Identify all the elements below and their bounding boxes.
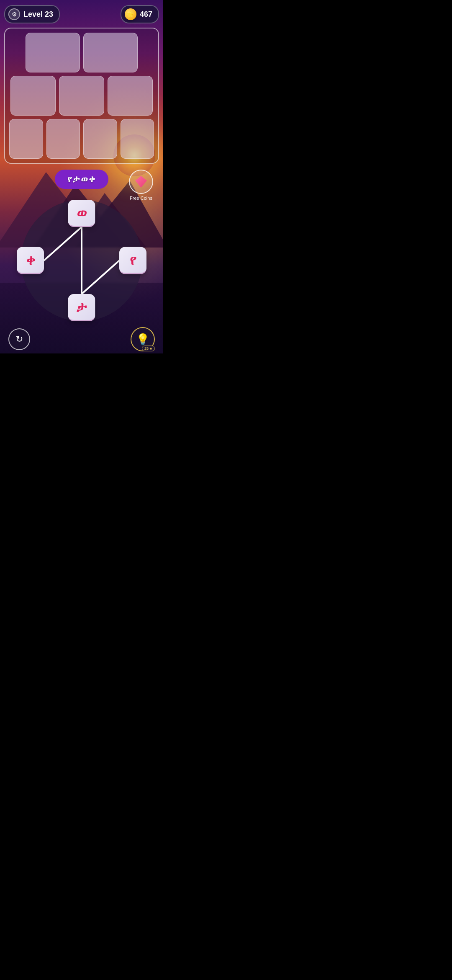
grid-row-2	[9, 76, 154, 116]
free-coins-button[interactable]	[129, 170, 153, 194]
letter-tile-bottom[interactable]: ታ	[68, 294, 95, 321]
grid-row-3	[9, 119, 154, 159]
grid-row-1	[9, 33, 154, 72]
svg-line-2	[82, 260, 119, 294]
refresh-icon: ↻	[15, 334, 23, 345]
hint-icon: 💡	[136, 333, 149, 346]
grid-cell[interactable]	[10, 76, 56, 116]
header: ⚙ Level 23 ⭐ 467	[4, 5, 159, 23]
level-label: Level 23	[23, 10, 53, 19]
svg-line-0	[44, 227, 82, 260]
letter-tile-top[interactable]: ወ	[68, 200, 95, 227]
star-icon: ★	[149, 347, 152, 351]
coins-count: 467	[140, 10, 152, 19]
grid-cell[interactable]	[26, 33, 80, 72]
bottom-bar: ↻ 💡 25 ★	[4, 327, 159, 351]
refresh-button[interactable]: ↻	[8, 328, 30, 350]
hint-row: የታወቀ Free Coins	[4, 170, 159, 193]
grid-cell[interactable]	[9, 119, 43, 159]
letter-tile-left[interactable]: ቀ	[17, 247, 44, 274]
letter-tile-right[interactable]: የ	[119, 247, 146, 274]
coins-badge[interactable]: ⭐ 467	[121, 5, 159, 23]
word-grid	[4, 28, 159, 164]
grid-cell[interactable]	[46, 119, 80, 159]
grid-cell[interactable]	[59, 76, 104, 116]
grid-cell[interactable]	[108, 76, 153, 116]
gear-icon[interactable]: ⚙	[8, 8, 20, 20]
level-badge[interactable]: ⚙ Level 23	[4, 5, 60, 23]
diamond-icon	[135, 176, 147, 188]
grid-cell[interactable]	[83, 119, 117, 159]
hint-button[interactable]: 💡 25 ★	[131, 327, 155, 351]
grid-cell[interactable]	[83, 33, 138, 72]
coin-icon: ⭐	[125, 8, 136, 20]
hint-word: የታወቀ	[55, 170, 108, 189]
grid-cell[interactable]	[121, 119, 154, 159]
hint-badge: 25 ★	[142, 346, 155, 351]
wheel-area: ወ ቀ የ ታ	[13, 196, 151, 325]
